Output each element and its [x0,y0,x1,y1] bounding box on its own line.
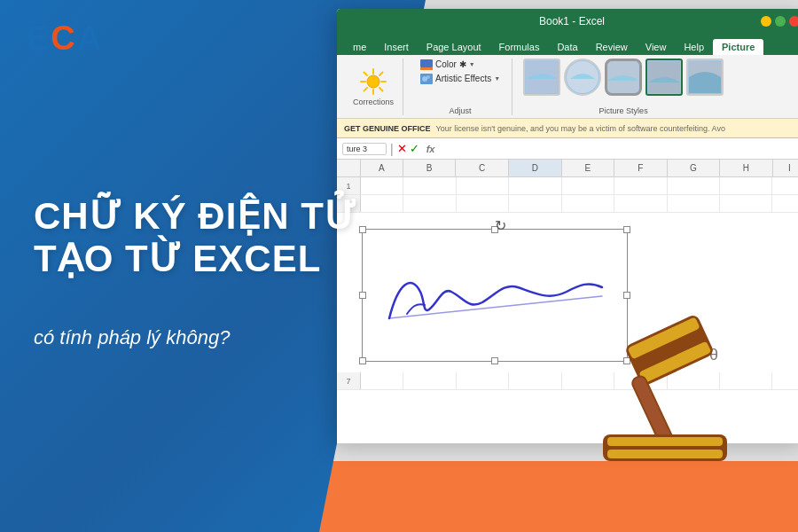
window-controls [761,16,798,27]
title-line2: TẠO TỪ EXCEL [34,238,357,280]
ribbon-tabs: me Insert Page Layout Formulas Data Revi… [337,34,798,55]
col-header-c[interactable]: C [456,160,509,176]
cell-a7[interactable] [361,372,403,389]
sun-icon [359,67,387,96]
cell-f2[interactable] [614,195,667,212]
cell-e2[interactable] [562,195,614,212]
cell-i1[interactable] [772,177,798,194]
handle-ml[interactable] [359,292,366,299]
adjust-label: Adjust [450,106,472,115]
minimize-btn[interactable] [761,16,771,27]
cell-c2[interactable] [457,195,509,212]
handle-tr[interactable] [623,226,630,233]
cell-reference[interactable]: ture 3 [342,143,387,155]
logo-c: C [51,20,76,57]
gavel-illustration [559,301,771,479]
grid-row-1: 1 [337,177,798,195]
cell-i7[interactable] [772,372,798,389]
cell-a2[interactable] [361,195,403,212]
cancel-icon[interactable]: ✕ [397,142,407,155]
tab-view[interactable]: View [637,39,676,55]
col-header-b[interactable]: B [403,160,457,176]
effects-dropdown-arrow: ▼ [494,75,500,82]
fx-icon[interactable]: fx [426,144,435,154]
color-btn[interactable]: Color ✱ ▼ [418,59,503,71]
logo: ECA [27,20,103,58]
cell-f1[interactable] [614,177,667,194]
gavel-svg [559,301,771,479]
col-header-h[interactable]: H [720,160,773,176]
warning-bold: GET GENUINE OFFICE [344,124,431,133]
cell-h2[interactable] [720,195,772,212]
row-num-header [337,160,361,176]
cell-c1[interactable] [457,177,509,194]
effects-btn[interactable]: Artistic Effects ▼ [418,73,503,85]
svg-line-6 [379,88,383,91]
color-label: Color ✱ [435,59,466,69]
svg-line-7 [379,72,383,75]
pic-style-4-active[interactable] [645,59,683,96]
effects-icon [420,74,433,84]
svg-rect-9 [420,59,433,67]
col-header-d[interactable]: D [509,160,562,176]
rotate-icon[interactable]: ↻ [495,217,506,234]
excel-title-bar: Book1 - Excel [337,9,798,34]
formula-icons: ✕ ✓ [397,142,419,155]
cell-d7[interactable] [509,372,561,389]
handle-mr[interactable] [623,292,630,299]
logo-a: A [77,20,103,57]
col-header-g[interactable]: G [668,160,721,176]
cell-h1[interactable] [720,177,772,194]
handle-bl[interactable] [359,357,366,364]
close-btn[interactable] [789,16,798,27]
picture-styles-label: Picture Styles [599,106,648,115]
subtitle: có tính pháp lý không? [34,326,230,349]
pic-style-5[interactable] [686,59,724,96]
col-header-a[interactable]: A [361,160,403,176]
cell-d2[interactable] [509,195,561,212]
tab-formulas[interactable]: Formulas [490,39,549,55]
col-header-f[interactable]: F [614,160,668,176]
adjust-group: Corrections [344,59,403,115]
tab-insert[interactable]: Insert [375,39,418,55]
pic-style-1[interactable] [523,59,560,96]
color-effects-group: Color ✱ ▼ Artistic Effects ▼ Adjust [409,59,512,115]
maximize-btn[interactable] [775,16,786,27]
cell-e1[interactable] [562,177,614,194]
cell-b2[interactable] [403,195,456,212]
row-num-7: 7 [337,372,361,389]
main-title: CHỮ KÝ ĐIỆN TỬ TẠO TỪ EXCEL [34,195,357,281]
picture-styles-row [523,59,724,96]
cell-d1[interactable] [509,177,561,194]
svg-line-8 [364,88,368,91]
cell-i2[interactable] [772,195,798,212]
tab-data[interactable]: Data [548,39,586,55]
tab-me[interactable]: me [344,39,375,55]
handle-tl[interactable] [359,226,366,233]
confirm-icon[interactable]: ✓ [410,142,419,155]
tab-page-layout[interactable]: Page Layout [418,39,490,55]
tab-picture[interactable]: Picture [713,39,763,55]
tab-review[interactable]: Review [587,39,637,55]
tab-help[interactable]: Help [675,39,713,55]
pic-style-3[interactable] [605,59,642,96]
cell-g2[interactable] [668,195,720,212]
warning-bar: GET GENUINE OFFICE Your license isn't ge… [337,119,798,138]
pic-style-2[interactable] [564,59,601,96]
warning-text: Your license isn't genuine, and you may … [436,124,725,133]
formula-bar: ture 3 | ✕ ✓ fx [337,138,798,160]
color-dropdown-arrow: ▼ [469,61,475,67]
corrections-btn[interactable]: Corrections [353,67,394,106]
handle-bm[interactable] [491,357,498,364]
cell-b7[interactable] [403,372,456,389]
cell-a1[interactable] [361,177,403,194]
excel-title-text: Book1 - Excel [539,15,605,27]
cell-g1[interactable] [668,177,720,194]
svg-point-0 [367,75,379,88]
col-header-e[interactable]: E [562,160,615,176]
svg-rect-26 [607,450,723,458]
cell-b1[interactable] [403,177,456,194]
svg-rect-25 [607,437,723,446]
cell-c7[interactable] [457,372,509,389]
col-header-i[interactable]: I [773,160,798,176]
